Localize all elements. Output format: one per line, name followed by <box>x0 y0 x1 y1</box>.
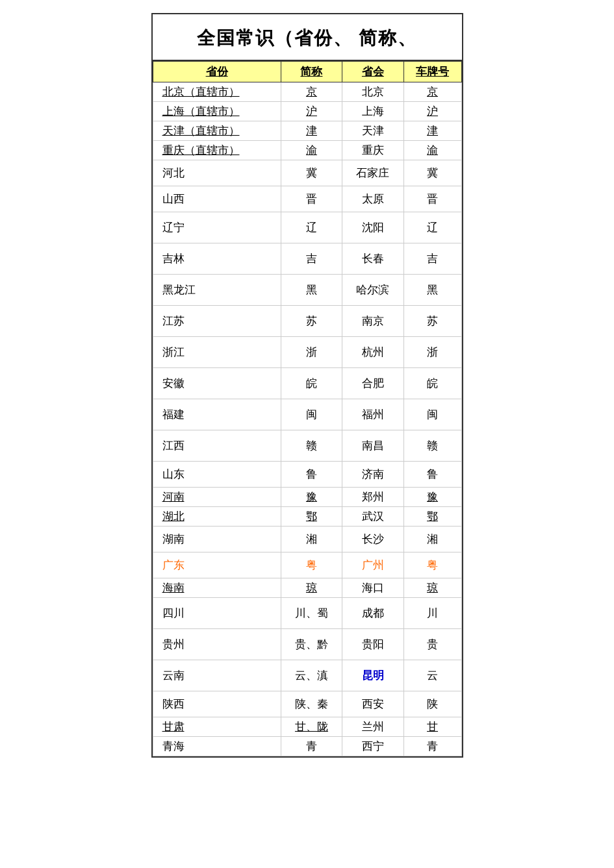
table-row: 四川 川、蜀 成都 川 <box>153 598 461 629</box>
table-row: 上海（直辖市） 沪 上海 沪 <box>153 102 461 121</box>
cell-capital: 南昌 <box>342 430 403 462</box>
table-header-row: 省份 简称 省会 车牌号 <box>153 62 461 82</box>
cell-abbr: 沪 <box>281 102 342 121</box>
cell-province: 海南 <box>153 578 281 598</box>
cell-abbr: 津 <box>281 121 342 141</box>
table-row: 山西 晋 太原 晋 <box>153 186 461 212</box>
cell-province: 江苏 <box>153 306 281 337</box>
cell-capital: 郑州 <box>342 488 403 507</box>
cell-abbr: 赣 <box>281 430 342 462</box>
cell-plate: 鄂 <box>403 507 461 527</box>
cell-province: 重庆（直辖市） <box>153 141 281 160</box>
table-row: 江苏 苏 南京 苏 <box>153 306 461 337</box>
cell-province: 四川 <box>153 598 281 629</box>
cell-plate: 浙 <box>403 337 461 368</box>
cell-capital: 兰州 <box>342 717 403 737</box>
cell-province: 湖北 <box>153 507 281 527</box>
cell-plate: 湘 <box>403 527 461 552</box>
header-province: 省份 <box>153 62 281 82</box>
table-row: 江西 赣 南昌 赣 <box>153 430 461 462</box>
cell-province: 陕西 <box>153 691 281 717</box>
cell-plate: 赣 <box>403 430 461 462</box>
cell-plate: 渝 <box>403 141 461 160</box>
cell-capital: 太原 <box>342 186 403 212</box>
cell-plate: 冀 <box>403 160 461 186</box>
cell-abbr: 粤 <box>281 552 342 578</box>
table-row: 北京（直辖市） 京 北京 京 <box>153 82 461 102</box>
cell-abbr: 冀 <box>281 160 342 186</box>
cell-abbr: 苏 <box>281 306 342 337</box>
cell-province: 甘肃 <box>153 717 281 737</box>
cell-province: 山东 <box>153 462 281 488</box>
cell-abbr: 豫 <box>281 488 342 507</box>
cell-province: 天津（直辖市） <box>153 121 281 141</box>
table-row: 吉林 吉 长春 吉 <box>153 243 461 275</box>
cell-abbr: 京 <box>281 82 342 102</box>
cell-capital: 西宁 <box>342 737 403 756</box>
cell-capital: 济南 <box>342 462 403 488</box>
table-row: 福建 闽 福州 闽 <box>153 399 461 430</box>
cell-province: 青海 <box>153 737 281 756</box>
cell-abbr: 鲁 <box>281 462 342 488</box>
cell-plate: 青 <box>403 737 461 756</box>
cell-capital: 沈阳 <box>342 212 403 243</box>
cell-plate: 吉 <box>403 243 461 275</box>
table-row: 甘肃 甘、陇 兰州 甘 <box>153 717 461 737</box>
cell-province: 河北 <box>153 160 281 186</box>
cell-capital: 北京 <box>342 82 403 102</box>
header-abbr: 简称 <box>281 62 342 82</box>
cell-province: 河南 <box>153 488 281 507</box>
cell-plate: 黑 <box>403 275 461 306</box>
cell-province: 安徽 <box>153 368 281 399</box>
cell-abbr: 鄂 <box>281 507 342 527</box>
cell-province: 贵州 <box>153 629 281 660</box>
cell-province: 江西 <box>153 430 281 462</box>
table-row: 云南 云、滇 昆明 云 <box>153 660 461 691</box>
table-row: 重庆（直辖市） 渝 重庆 渝 <box>153 141 461 160</box>
cell-abbr: 琼 <box>281 578 342 598</box>
cell-abbr: 贵、黔 <box>281 629 342 660</box>
table-row: 天津（直辖市） 津 天津 津 <box>153 121 461 141</box>
cell-province: 黑龙江 <box>153 275 281 306</box>
cell-capital: 长沙 <box>342 527 403 552</box>
cell-abbr: 甘、陇 <box>281 717 342 737</box>
cell-abbr: 陕、秦 <box>281 691 342 717</box>
table-row: 海南 琼 海口 琼 <box>153 578 461 598</box>
cell-abbr: 辽 <box>281 212 342 243</box>
cell-plate: 琼 <box>403 578 461 598</box>
table-row: 安徽 皖 合肥 皖 <box>153 368 461 399</box>
table-row: 山东 鲁 济南 鲁 <box>153 462 461 488</box>
cell-abbr: 黑 <box>281 275 342 306</box>
table-row: 湖南 湘 长沙 湘 <box>153 527 461 552</box>
table-row: 贵州 贵、黔 贵阳 贵 <box>153 629 461 660</box>
cell-abbr: 吉 <box>281 243 342 275</box>
cell-province: 辽宁 <box>153 212 281 243</box>
cell-province: 吉林 <box>153 243 281 275</box>
cell-plate: 辽 <box>403 212 461 243</box>
page-title: 全国常识（省份、 简称、 <box>153 14 462 61</box>
cell-plate: 甘 <box>403 717 461 737</box>
cell-plate: 豫 <box>403 488 461 507</box>
cell-capital: 杭州 <box>342 337 403 368</box>
cell-capital: 西安 <box>342 691 403 717</box>
cell-capital: 成都 <box>342 598 403 629</box>
table-row: 辽宁 辽 沈阳 辽 <box>153 212 461 243</box>
cell-plate: 京 <box>403 82 461 102</box>
table-row: 黑龙江 黑 哈尔滨 黑 <box>153 275 461 306</box>
table-row: 湖北 鄂 武汉 鄂 <box>153 507 461 527</box>
cell-plate: 云 <box>403 660 461 691</box>
cell-capital: 南京 <box>342 306 403 337</box>
cell-abbr: 云、滇 <box>281 660 342 691</box>
cell-province: 浙江 <box>153 337 281 368</box>
cell-abbr: 川、蜀 <box>281 598 342 629</box>
cell-province: 北京（直辖市） <box>153 82 281 102</box>
cell-abbr: 皖 <box>281 368 342 399</box>
cell-abbr: 青 <box>281 737 342 756</box>
cell-capital: 昆明 <box>342 660 403 691</box>
table-row: 陕西 陕、秦 西安 陕 <box>153 691 461 717</box>
cell-capital: 上海 <box>342 102 403 121</box>
cell-plate: 沪 <box>403 102 461 121</box>
cell-plate: 鲁 <box>403 462 461 488</box>
cell-capital: 广州 <box>342 552 403 578</box>
cell-province: 福建 <box>153 399 281 430</box>
